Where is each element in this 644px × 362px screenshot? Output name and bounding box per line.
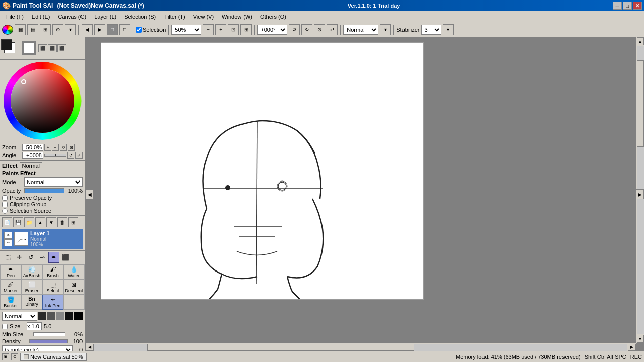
palette-btn[interactable]: ▤ <box>27 24 38 35</box>
fill-tool-btn[interactable]: ⬛ <box>60 252 71 263</box>
fit-btn2[interactable]: □ <box>119 24 130 35</box>
minimize-button[interactable]: ─ <box>613 2 622 10</box>
brush-shape-select[interactable]: (simple circle) <box>2 345 73 351</box>
fit-btn[interactable]: □ <box>107 24 118 35</box>
h-scroll-right[interactable]: ▶ <box>628 344 636 351</box>
move-tool-btn[interactable]: ✛ <box>14 252 25 263</box>
menu-view[interactable]: View (V) <box>189 13 218 21</box>
color-preset1[interactable] <box>38 312 46 320</box>
water-btn[interactable]: 💧 Water <box>63 264 85 280</box>
rot-btn3[interactable]: ⊙ <box>314 24 325 35</box>
tool-blend-select[interactable]: Normal <box>2 312 37 321</box>
zoom-out-btn[interactable]: − <box>52 144 59 151</box>
menu-file[interactable]: File (F) <box>2 13 28 21</box>
h-scroll-thumb[interactable] <box>147 344 414 351</box>
delete-layer-btn[interactable]: 🗑 <box>57 217 67 227</box>
fg-swatch[interactable] <box>1 39 12 50</box>
prev-btn[interactable]: ◀ <box>82 24 93 35</box>
canvas-area[interactable]: ◀ ▶ <box>86 37 644 351</box>
color-preset3[interactable] <box>56 312 64 320</box>
lasso-tool-btn[interactable]: ⊸ <box>37 252 48 263</box>
menu-canvas[interactable]: Canvas (C) <box>54 13 91 21</box>
maximize-button[interactable]: □ <box>623 2 632 10</box>
menu-edit[interactable]: Edit (E) <box>28 13 54 21</box>
min-size-slider[interactable] <box>33 332 65 336</box>
view-btn1[interactable]: ⬛ <box>38 44 47 52</box>
angle-flip-btn[interactable]: ⇄ <box>75 152 83 159</box>
menu-layer[interactable]: Layer (L) <box>90 13 120 21</box>
select-brush-btn[interactable]: ⬚ Select <box>42 280 63 295</box>
zoom-in-btn[interactable]: + <box>44 144 51 151</box>
layer-item[interactable]: 👁 ✏ Layer 1 Normal 100% <box>2 229 83 249</box>
pen-tool-btn[interactable]: ✒ <box>48 252 59 263</box>
save-layer-btn[interactable]: 💾 <box>13 217 23 227</box>
v-scroll-thumb[interactable] <box>637 60 644 147</box>
deselect-btn[interactable]: ⊠ Deselect <box>63 280 85 295</box>
v-scroll-up[interactable]: ▲ <box>637 37 644 45</box>
next-btn[interactable]: ▶ <box>94 24 105 35</box>
new-layer-btn[interactable]: 📄 <box>2 217 12 227</box>
opacity-slider[interactable] <box>24 188 64 193</box>
layer-settings-btn[interactable]: ⊞ <box>68 217 78 227</box>
size-input[interactable] <box>27 322 42 330</box>
stabilizer-select[interactable]: 3 012 45 <box>421 25 441 35</box>
canvas-tab[interactable]: New Canvas.sal 50% <box>20 353 87 361</box>
menu-filter[interactable]: Filter (T) <box>160 13 189 21</box>
color-preset2[interactable] <box>47 312 55 320</box>
zoom-fit-btn2[interactable]: ⊡ <box>68 144 75 151</box>
h-scroll-track[interactable] <box>94 344 627 351</box>
selection-source-radio[interactable] <box>2 208 8 214</box>
pen-brush-btn[interactable]: ✒ Pen <box>0 264 21 280</box>
density-slider[interactable] <box>29 339 68 343</box>
rot-btn2[interactable]: ↻ <box>301 24 312 35</box>
folder-btn[interactable]: 📁 <box>24 217 34 227</box>
inkpen-btn[interactable]: ✒ Ink Pen <box>42 295 63 310</box>
grayscale-btn[interactable]: ▦ <box>15 24 26 35</box>
tool-btn-1[interactable]: ⊙ <box>52 24 63 35</box>
rotation-select[interactable]: +000° <box>257 25 287 35</box>
menu-window[interactable]: Window (W) <box>218 13 256 21</box>
color-preset4[interactable] <box>65 312 73 320</box>
marker-btn[interactable]: 🖊 Marker <box>0 280 21 295</box>
size-check[interactable] <box>2 324 8 329</box>
color-picker-inner[interactable] <box>11 69 74 133</box>
mode-select[interactable]: Normal Multiply <box>24 177 83 187</box>
rot-btn1[interactable]: ↺ <box>289 24 300 35</box>
blend-mode-select[interactable]: Normal Multiply Screen <box>343 25 378 35</box>
move-up-btn[interactable]: ▲ <box>35 217 45 227</box>
stabilizer-dropdown[interactable]: ▾ <box>443 24 454 35</box>
bucket-btn[interactable]: 🪣 Bucket <box>0 295 21 310</box>
flip-btn[interactable]: ⇄ <box>327 24 338 35</box>
angle-slider[interactable] <box>44 154 66 157</box>
binary-btn[interactable]: Bn Binary <box>21 295 42 310</box>
scroll-right-btn[interactable]: ▶ <box>636 189 644 199</box>
menu-others[interactable]: Others (O) <box>256 13 290 21</box>
airbrush-btn[interactable]: 💨 AirBrush <box>21 264 42 280</box>
zoom-100-btn[interactable]: ⊞ <box>240 24 252 35</box>
zoom-select[interactable]: 50% 25% 100% <box>171 25 201 35</box>
clipping-group-check[interactable] <box>2 202 8 207</box>
move-down-btn[interactable]: ▼ <box>46 217 56 227</box>
scroll-left-btn[interactable]: ◀ <box>86 189 94 199</box>
dropdown-btn[interactable]: ▾ <box>65 24 76 35</box>
select-tool-btn[interactable]: ⬚ <box>2 252 13 263</box>
color-preset5[interactable] <box>74 312 83 320</box>
eraser-btn[interactable]: ⬜ Eraser <box>21 280 42 295</box>
h-scroll-left[interactable]: ◀ <box>86 344 94 351</box>
swatch-btn[interactable]: ⊞ <box>40 24 51 35</box>
selection-checkbox[interactable] <box>136 27 142 33</box>
zoom-fit-btn[interactable]: ⊡ <box>228 24 239 35</box>
close-button[interactable]: ✕ <box>633 2 642 10</box>
zoom-minus-btn[interactable]: − <box>203 24 214 35</box>
color-wheel-btn[interactable] <box>2 25 13 35</box>
preserve-opacity-check[interactable] <box>2 195 8 201</box>
brush-btn[interactable]: 🖌 Brush <box>42 264 63 280</box>
view-btn3[interactable]: ⬛ <box>57 44 66 52</box>
blend-mode-btn[interactable]: ▾ <box>380 24 391 35</box>
menu-selection[interactable]: Selection (S) <box>120 13 160 21</box>
rotate-tool-btn[interactable]: ↺ <box>25 252 36 263</box>
zoom-plus-btn[interactable]: + <box>215 24 226 35</box>
v-scroll-down[interactable]: ▼ <box>637 335 644 343</box>
view-btn2[interactable]: ⬛ <box>48 44 57 52</box>
color-wheel[interactable] <box>4 62 82 140</box>
